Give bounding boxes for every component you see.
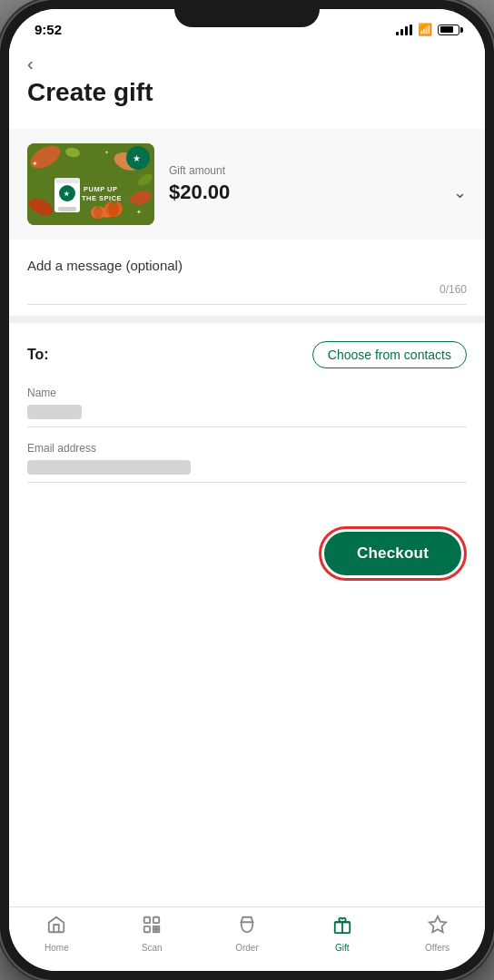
message-section: Add a message (optional) 0/160	[9, 240, 485, 305]
nav-offers[interactable]: Offers	[410, 915, 465, 953]
bottom-nav: Home Scan	[9, 906, 485, 971]
content-area: ‹ Create gift	[9, 43, 485, 906]
email-value-blurred	[27, 460, 191, 475]
scan-icon	[142, 915, 162, 940]
svg-rect-26	[144, 917, 150, 923]
svg-rect-28	[144, 926, 150, 932]
message-input-area: 0/160	[27, 280, 467, 305]
svg-text:★: ★	[133, 153, 141, 163]
gift-card-section: ✦ ✦ ✦	[9, 129, 485, 240]
email-label: Email address	[27, 442, 467, 455]
nav-home[interactable]: Home	[29, 915, 84, 953]
svg-rect-27	[153, 917, 159, 923]
nav-scan[interactable]: Scan	[124, 915, 179, 953]
name-field: Name	[27, 387, 467, 427]
gift-amount-section: Gift amount $20.00 ⌄	[169, 164, 467, 204]
gift-nav-label: Gift	[335, 943, 350, 953]
svg-rect-31	[153, 930, 156, 933]
page-header: ‹ Create gift	[9, 43, 485, 129]
svg-rect-32	[157, 930, 160, 933]
svg-text:PUMP UP: PUMP UP	[84, 185, 118, 193]
name-label: Name	[27, 387, 467, 399]
recipient-header: To: Choose from contacts	[27, 341, 467, 368]
checkout-area: Checkout	[9, 512, 485, 603]
svg-text:✦: ✦	[104, 150, 109, 155]
status-icons: 📶	[396, 23, 459, 36]
choose-contacts-button[interactable]: Choose from contacts	[312, 341, 467, 368]
svg-rect-16	[97, 205, 99, 209]
svg-rect-29	[153, 926, 156, 929]
name-value-blurred	[27, 405, 82, 419]
nav-gift[interactable]: Gift	[315, 915, 370, 953]
message-counter: 0/160	[440, 283, 467, 296]
page-title: Create gift	[27, 78, 467, 107]
email-underline	[27, 460, 467, 483]
gift-card-image: ✦ ✦ ✦	[27, 143, 154, 225]
svg-marker-34	[429, 916, 445, 932]
svg-text:✦: ✦	[136, 209, 142, 215]
offers-nav-label: Offers	[425, 943, 450, 953]
svg-rect-18	[54, 178, 80, 183]
back-button[interactable]: ‹	[27, 54, 467, 74]
gift-icon	[332, 915, 352, 940]
gift-amount-row[interactable]: $20.00 ⌄	[169, 181, 467, 204]
order-icon	[237, 915, 257, 940]
offers-icon	[428, 915, 448, 940]
svg-rect-30	[157, 926, 160, 929]
signal-icon	[396, 24, 412, 35]
checkout-btn-wrapper: Checkout	[319, 526, 467, 581]
phone-screen: 9:52 📶 ‹ Create gift	[9, 9, 485, 971]
gift-amount-value: $20.00	[169, 181, 230, 204]
svg-text:THE SPICE: THE SPICE	[82, 194, 122, 202]
recipient-section: To: Choose from contacts Name Email addr…	[9, 323, 485, 512]
wifi-icon: 📶	[418, 23, 432, 36]
phone-frame: 9:52 📶 ‹ Create gift	[0, 0, 494, 980]
svg-text:✦: ✦	[32, 160, 38, 168]
home-icon	[46, 915, 66, 940]
nav-order[interactable]: Order	[220, 915, 274, 953]
gift-amount-label: Gift amount	[169, 164, 467, 177]
scan-nav-label: Scan	[142, 943, 163, 953]
section-divider	[9, 316, 485, 323]
svg-rect-19	[58, 207, 76, 211]
email-field: Email address	[27, 442, 467, 483]
status-time: 9:52	[35, 22, 62, 37]
name-underline	[27, 405, 467, 427]
battery-icon	[438, 24, 459, 35]
status-bar: 9:52 📶	[9, 9, 485, 43]
to-label: To:	[27, 347, 49, 363]
order-nav-label: Order	[235, 943, 259, 953]
svg-text:★: ★	[64, 191, 70, 197]
home-nav-label: Home	[44, 943, 69, 953]
chevron-down-icon[interactable]: ⌄	[453, 182, 467, 202]
message-label: Add a message (optional)	[27, 258, 467, 273]
checkout-button[interactable]: Checkout	[324, 532, 461, 575]
